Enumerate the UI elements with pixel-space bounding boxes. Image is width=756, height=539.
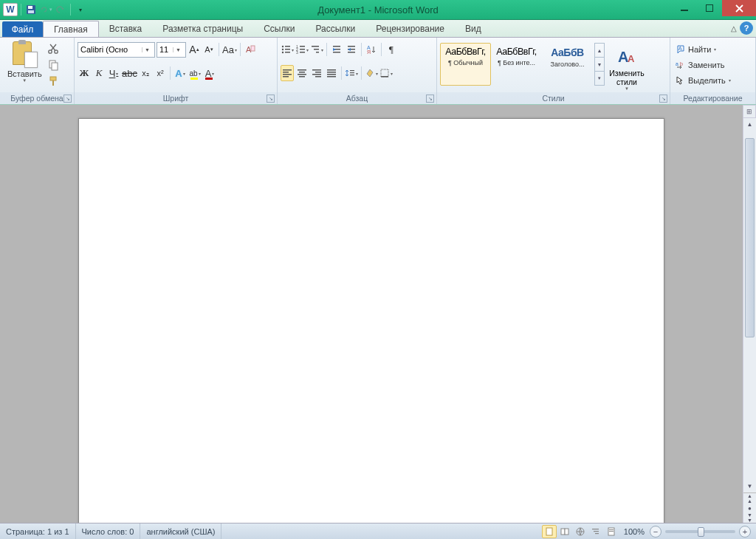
scroll-track[interactable]	[743, 131, 756, 480]
tab-insert[interactable]: Вставка	[99, 20, 153, 37]
tab-mailings[interactable]: Рассылки	[305, 20, 365, 37]
style-name-label: ¶ Обычный	[442, 59, 489, 66]
tab-file[interactable]: Файл	[2, 21, 43, 37]
browse-object-icon[interactable]: ●	[743, 504, 756, 512]
minimize-button[interactable]	[672, 0, 697, 16]
multilevel-list-icon[interactable]: ▾	[310, 41, 323, 58]
decrease-indent-icon[interactable]	[330, 41, 343, 58]
align-center-icon[interactable]	[295, 65, 309, 81]
zoom-handle[interactable]	[698, 527, 704, 537]
style-no-spacing[interactable]: АаБбВвГг, ¶ Без инте...	[491, 43, 542, 86]
svg-rect-37	[283, 72, 289, 73]
gallery-scroll[interactable]: ▲ ▼ ▾	[594, 43, 605, 86]
style-normal[interactable]: АаБбВвГг, ¶ Обычный	[440, 43, 491, 86]
show-marks-icon[interactable]: ¶	[385, 41, 398, 58]
web-layout-view-icon[interactable]	[573, 525, 588, 538]
sort-icon[interactable]: AЯ	[365, 41, 378, 58]
minimize-ribbon-icon[interactable]: △	[731, 24, 737, 32]
zoom-slider[interactable]	[665, 530, 735, 533]
maximize-button[interactable]	[697, 0, 722, 16]
svg-text:A: A	[628, 53, 635, 64]
scroll-down-icon[interactable]: ▼	[743, 480, 756, 492]
zoom-level[interactable]: 100%	[619, 527, 649, 536]
draft-view-icon[interactable]	[604, 525, 619, 538]
copy-icon[interactable]	[47, 59, 60, 71]
line-spacing-icon[interactable]: ▾	[345, 65, 358, 81]
clipboard-launcher[interactable]: ↘	[63, 95, 72, 103]
shading-icon[interactable]: ▾	[365, 65, 378, 81]
select-button[interactable]: Выделить▾	[672, 72, 734, 88]
print-layout-view-icon[interactable]	[542, 525, 557, 538]
status-page[interactable]: Страница: 1 из 1	[0, 523, 76, 539]
text-effects-button[interactable]: A▾	[173, 65, 187, 81]
bullets-icon[interactable]: ▾	[281, 41, 294, 58]
fullscreen-reading-view-icon[interactable]	[557, 525, 572, 538]
tab-view[interactable]: Вид	[455, 20, 492, 37]
clear-formatting-icon[interactable]: A	[244, 41, 257, 58]
ruler-toggle-icon[interactable]: ⊞	[743, 105, 756, 118]
vertical-scrollbar[interactable]: ▲ ▼ ▲▲ ● ▼▼	[743, 118, 756, 523]
tab-page-layout[interactable]: Разметка страницы	[152, 20, 253, 37]
zoom-in-button[interactable]: +	[739, 526, 751, 538]
style-heading1[interactable]: АаБбВ Заголово...	[542, 43, 593, 86]
replace-button[interactable]: ab Заменить	[672, 57, 727, 72]
change-styles-button[interactable]: AA Изменить стили ▼	[605, 43, 649, 91]
font-launcher[interactable]: ↘	[267, 95, 275, 103]
scroll-up-icon[interactable]: ▲	[743, 118, 756, 131]
find-button[interactable]: A Найти▾	[672, 41, 719, 57]
cut-icon[interactable]	[47, 43, 60, 55]
status-word-count[interactable]: Число слов: 0	[76, 523, 141, 539]
close-button[interactable]	[722, 0, 756, 16]
status-language[interactable]: английский (США)	[140, 523, 221, 539]
borders-icon[interactable]: ▾	[379, 65, 393, 81]
svg-rect-47	[315, 76, 321, 78]
paragraph-launcher[interactable]: ↘	[426, 95, 434, 103]
word-app-icon[interactable]: W	[3, 3, 18, 16]
format-painter-icon[interactable]	[47, 75, 60, 87]
svg-rect-3	[681, 10, 688, 11]
undo-icon[interactable]: ▾	[39, 3, 52, 16]
tab-references[interactable]: Ссылки	[253, 20, 305, 37]
strikethrough-button[interactable]: abc	[122, 65, 137, 81]
gallery-more-icon[interactable]: ▾	[595, 72, 604, 85]
save-icon[interactable]	[24, 3, 38, 16]
subscript-button[interactable]: x₂	[139, 65, 152, 81]
tab-home[interactable]: Главная	[43, 21, 99, 37]
replace-label: Заменить	[688, 61, 724, 69]
zoom-out-button[interactable]: −	[650, 526, 662, 538]
document-page[interactable]	[78, 118, 664, 523]
scroll-thumb[interactable]	[745, 138, 755, 337]
paste-button[interactable]: Вставить ▼	[3, 40, 47, 84]
align-left-icon[interactable]	[281, 65, 294, 81]
align-right-icon[interactable]	[310, 65, 323, 81]
highlight-button[interactable]: ab▾	[188, 65, 202, 81]
align-justify-icon[interactable]	[325, 65, 338, 81]
bold-button[interactable]: Ж	[78, 65, 91, 81]
gallery-down-icon[interactable]: ▼	[595, 58, 604, 72]
change-case-icon[interactable]: Aa▾	[222, 41, 237, 58]
font-name-combo[interactable]: Calibri (Осно▼	[78, 42, 155, 58]
grow-font-icon[interactable]: A▴	[188, 41, 201, 58]
styles-launcher[interactable]: ↘	[659, 95, 667, 103]
help-icon[interactable]: ?	[740, 21, 753, 35]
statusbar: Страница: 1 из 1 Число слов: 0 английски…	[0, 523, 756, 539]
svg-rect-16	[285, 49, 290, 50]
prev-page-icon[interactable]: ▲▲	[743, 493, 756, 504]
svg-rect-48	[327, 69, 336, 71]
italic-button[interactable]: К	[92, 65, 106, 81]
numbering-icon[interactable]: 123▾	[295, 41, 309, 58]
superscript-button[interactable]: x²	[154, 65, 167, 81]
tab-review[interactable]: Рецензирование	[365, 20, 455, 37]
shrink-font-icon[interactable]: A▾	[202, 41, 216, 58]
customize-qat-icon[interactable]: ▾	[74, 3, 87, 16]
underline-button[interactable]: Ч▾	[107, 65, 120, 81]
font-color-button[interactable]: A▾	[203, 65, 216, 81]
gallery-up-icon[interactable]: ▲	[595, 44, 604, 58]
increase-indent-icon[interactable]	[345, 41, 358, 58]
outline-view-icon[interactable]	[588, 525, 603, 538]
next-page-icon[interactable]: ▼▼	[743, 512, 756, 523]
change-styles-label: Изменить стили	[609, 69, 645, 86]
svg-rect-67	[594, 531, 599, 532]
redo-icon[interactable]	[54, 3, 67, 16]
font-size-combo[interactable]: 11▼	[157, 42, 186, 58]
